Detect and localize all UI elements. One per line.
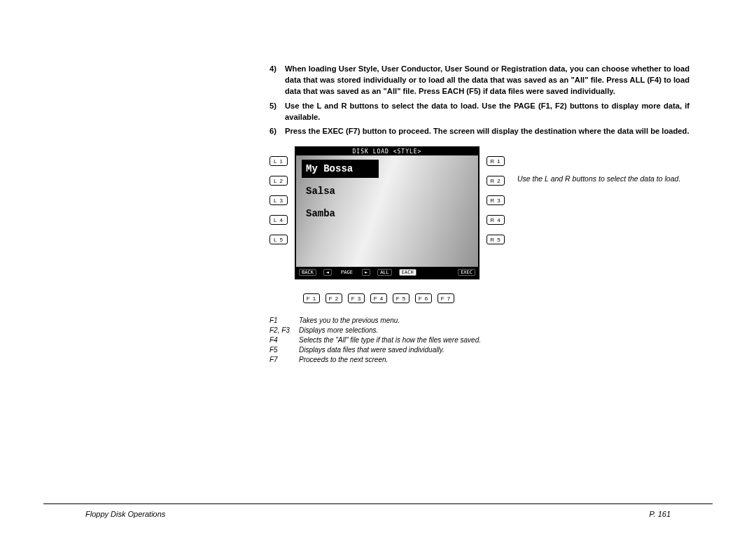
legend-key: F1 — [270, 316, 299, 326]
page-right-icon[interactable]: ► — [362, 269, 370, 276]
step-number: 4) — [270, 63, 285, 97]
legend-row: F2, F3Displays more selections. — [270, 326, 507, 335]
step-number: 5) — [270, 100, 285, 123]
step-6: 6) Press the EXEC (F7) button to proceed… — [270, 125, 690, 137]
r2-button[interactable]: R 2 — [486, 176, 505, 186]
legend-key: F4 — [270, 335, 299, 345]
menu-item-1[interactable]: My Bossa — [302, 160, 379, 178]
step-text: Use the L and R buttons to select the da… — [285, 100, 690, 123]
f2-button[interactable]: F 2 — [326, 293, 342, 303]
figure-row: L 1 L 2 L 3 L 4 L 5 DISK LOAD <STYLE> My… — [270, 146, 690, 365]
legend-desc: Displays more selections. — [299, 326, 378, 335]
l2-button[interactable]: L 2 — [270, 176, 288, 186]
step-text: Press the EXEC (F7) button to proceed. T… — [285, 125, 690, 137]
f5-button[interactable]: F 5 — [393, 293, 410, 303]
legend-row: F7Proceeds to the next screen. — [270, 355, 507, 365]
right-buttons: R 1 R 2 R 3 R 4 R 5 — [486, 156, 505, 244]
legend-row: F5Displays data files that were saved in… — [270, 345, 507, 355]
menu-item-3[interactable]: Samba — [302, 204, 379, 223]
exec-footer-button[interactable]: EXEC — [458, 269, 475, 276]
caption: Use the L and R buttons to select the da… — [517, 174, 680, 184]
left-buttons: L 1 L 2 L 3 L 4 L 5 — [270, 156, 288, 244]
footer-divider — [43, 503, 713, 504]
f7-button[interactable]: F 7 — [438, 293, 454, 303]
r5-button[interactable]: R 5 — [486, 235, 505, 244]
l4-button[interactable]: L 4 — [270, 215, 288, 225]
r1-button[interactable]: R 1 — [486, 156, 505, 166]
legend-key: F2, F3 — [270, 326, 299, 335]
legend-desc: Selects the "All" file type if that is h… — [299, 335, 481, 345]
step-text: When loading User Style, User Conductor,… — [285, 63, 690, 97]
page-left-icon[interactable]: ◄ — [323, 269, 332, 276]
l1-button[interactable]: L 1 — [270, 156, 288, 166]
all-footer-button[interactable]: ALL — [377, 269, 392, 276]
page-number: P. 161 — [650, 510, 671, 518]
figure-block: L 1 L 2 L 3 L 4 L 5 DISK LOAD <STYLE> My… — [270, 146, 507, 365]
step-5: 5) Use the L and R buttons to select the… — [270, 100, 690, 123]
legend-desc: Displays data files that were saved indi… — [299, 345, 444, 355]
legend-row: F4Selects the "All" file type if that is… — [270, 335, 507, 345]
step-4: 4) When loading User Style, User Conduct… — [270, 63, 690, 97]
l3-button[interactable]: L 3 — [270, 195, 288, 205]
f6-button[interactable]: F 6 — [415, 293, 432, 303]
legend-desc: Proceeds to the next screen. — [299, 355, 388, 365]
legend-key: F7 — [270, 355, 299, 365]
legend-row: F1Takes you to the previous menu. — [270, 316, 507, 326]
step-number: 6) — [270, 125, 285, 137]
legend: F1Takes you to the previous menu. F2, F3… — [270, 316, 507, 365]
screen-title: DISK LOAD <STYLE> — [296, 148, 478, 155]
f4-button[interactable]: F 4 — [370, 293, 387, 303]
f3-button[interactable]: F 3 — [348, 293, 365, 303]
l5-button[interactable]: L 5 — [270, 235, 288, 244]
r3-button[interactable]: R 3 — [486, 195, 505, 205]
r4-button[interactable]: R 4 — [486, 215, 505, 225]
screen-footer: BACK ◄ PAGE ► ALL EACH EXEC — [296, 267, 478, 278]
main-content: 4) When loading User Style, User Conduct… — [270, 63, 690, 365]
footer-title: Floppy Disk Operations — [85, 510, 165, 518]
menu-item-2[interactable]: Salsa — [302, 182, 379, 200]
f-buttons-row: F 1 F 2 F 3 F 4 F 5 F 6 F 7 — [303, 293, 507, 303]
page-label: PAGE — [339, 270, 355, 275]
back-footer-button[interactable]: BACK — [299, 269, 316, 276]
device-illustration: L 1 L 2 L 3 L 4 L 5 DISK LOAD <STYLE> My… — [270, 146, 505, 286]
menu-list: My Bossa Salsa Samba — [296, 155, 478, 223]
f1-button[interactable]: F 1 — [303, 293, 320, 303]
legend-key: F5 — [270, 345, 299, 355]
legend-desc: Takes you to the previous menu. — [299, 316, 400, 326]
each-footer-button[interactable]: EACH — [399, 269, 416, 276]
lcd-screen: DISK LOAD <STYLE> My Bossa Salsa Samba B… — [295, 146, 479, 279]
